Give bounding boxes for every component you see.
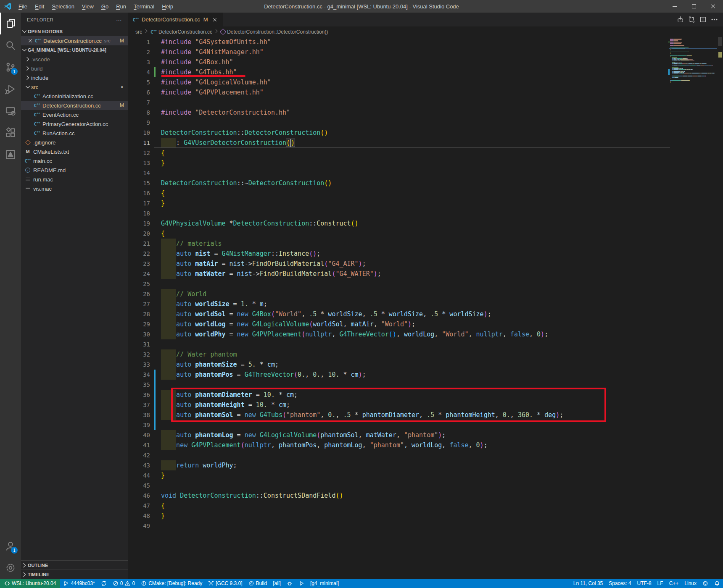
split-editor-icon[interactable]	[699, 16, 707, 23]
tree-root[interactable]: G4_MINIMAL [WSL: UBUNTU-20.04]	[21, 45, 128, 55]
status-sync[interactable]	[98, 579, 110, 588]
status-cmake-status[interactable]: CMake: [Debug]: Ready	[138, 579, 205, 588]
file--gitignore[interactable]: .gitignore	[21, 138, 128, 147]
scrollbar-thumb[interactable]	[718, 37, 722, 46]
file-main-cc[interactable]: C++main.cc	[21, 156, 128, 165]
folder-src[interactable]: src●	[21, 82, 128, 92]
code-line-34[interactable]: 34auto phantomPos = G4ThreeVector(0., 0.…	[128, 370, 670, 380]
code-line-12[interactable]: 12{	[128, 148, 670, 158]
status-remote-os[interactable]: Linux	[681, 579, 699, 588]
folder--vscode[interactable]: .vscode	[21, 55, 128, 64]
tab-detectorconstruction[interactable]: C++DetectorConstruction.ccM	[128, 13, 224, 26]
code-line-46[interactable]: 46void DetectorConstruction::ConstructSD…	[128, 491, 670, 501]
file-runaction-cc[interactable]: C++RunAction.cc	[21, 129, 128, 138]
status-language-mode[interactable]: C++	[666, 579, 682, 588]
activity-run-and-debug[interactable]	[0, 78, 21, 100]
status-problems[interactable]: 00	[110, 579, 138, 588]
activity-explorer[interactable]	[0, 13, 21, 34]
status-remote-indicator[interactable]: WSL: Ubuntu-20.04	[0, 579, 60, 588]
menu-file[interactable]: File	[15, 0, 31, 13]
menu-go[interactable]: Go	[98, 0, 112, 13]
code-line-40[interactable]: 40auto phantomLog = new G4LogicalVolume(…	[128, 430, 670, 440]
code-line-20[interactable]: 20{	[128, 228, 670, 239]
menu-view[interactable]: View	[78, 0, 98, 13]
status-cmake-build-target[interactable]: [all]	[270, 579, 284, 588]
code-line-16[interactable]: 16{	[128, 188, 670, 198]
folder-build[interactable]: build	[21, 64, 128, 73]
file-cmakelists-txt[interactable]: MCMakeLists.txt	[21, 147, 128, 156]
code-line-47[interactable]: 47{	[128, 501, 670, 511]
code-line-23[interactable]: 23auto matAir = nist->FindOrBuildMateria…	[128, 259, 670, 269]
compare-changes-icon[interactable]	[688, 16, 695, 23]
file-eventaction-cc[interactable]: C++EventAction.cc	[21, 110, 128, 119]
status-cmake-kit[interactable]: [GCC 9.3.0]	[205, 579, 245, 588]
code-line-27[interactable]: 27auto worldSize = 1. * m;	[128, 299, 670, 309]
menu-selection[interactable]: Selection	[48, 0, 78, 13]
file-actioninitialization-cc[interactable]: C++ActionInitialization.cc	[21, 92, 128, 101]
code-line-17[interactable]: 17}	[128, 198, 670, 208]
code-line-28[interactable]: 28auto worldSol = new G4Box("World", .5 …	[128, 309, 670, 319]
code-line-30[interactable]: 30auto worldPhy = new G4PVPlacement(null…	[128, 329, 670, 339]
close-icon[interactable]	[27, 38, 34, 44]
close-button[interactable]	[704, 0, 723, 13]
status-indentation[interactable]: Spaces: 4	[606, 579, 634, 588]
activity-extensions[interactable]	[0, 122, 21, 144]
file-vis-mac[interactable]: vis.mac	[21, 184, 128, 193]
activity-settings[interactable]	[0, 557, 21, 579]
breadcrumb-item[interactable]: src	[135, 29, 142, 35]
code-line-10[interactable]: 10DetectorConstruction::DetectorConstruc…	[128, 128, 670, 138]
code-line-42[interactable]: 42	[128, 450, 670, 460]
activity-remote-explorer[interactable]	[0, 100, 21, 122]
status-git-branch[interactable]: 4449bc03*	[60, 579, 98, 588]
code-line-19[interactable]: 19G4VPhysicalVolume *DetectorConstructio…	[128, 218, 670, 228]
open-editors-header[interactable]: OPEN EDITORS	[21, 27, 128, 36]
code-line-22[interactable]: 22auto nist = G4NistManager::Instance();	[128, 249, 670, 259]
code-line-33[interactable]: 33auto phantomSize = 5. * cm;	[128, 360, 670, 370]
code-line-6[interactable]: 6#include "G4PVPlacement.hh"	[128, 87, 670, 97]
status-cmake-debug[interactable]	[284, 579, 296, 588]
activity-search[interactable]	[0, 34, 21, 56]
more-actions-icon[interactable]	[711, 16, 718, 23]
status-notifications[interactable]	[711, 579, 723, 588]
status-cmake-launch[interactable]	[296, 579, 307, 588]
code-line-24[interactable]: 24auto matWater = nist->FindOrBuildMater…	[128, 269, 670, 279]
scrollbar[interactable]	[717, 37, 723, 579]
menu-run[interactable]: Run	[112, 0, 130, 13]
activity-source-control[interactable]: 1	[0, 56, 21, 78]
code-line-29[interactable]: 29auto worldLog = new G4LogicalVolume(wo…	[128, 319, 670, 329]
code-line-13[interactable]: 13}	[128, 158, 670, 168]
minimize-button[interactable]	[665, 0, 684, 13]
status-feedback[interactable]	[699, 579, 711, 588]
section-outline[interactable]: OUTLINE	[21, 560, 128, 570]
more-actions-icon[interactable]: ⋯	[116, 16, 122, 23]
code-line-25[interactable]: 25	[128, 279, 670, 289]
code-line-3[interactable]: 3#include "G4Box.hh"	[128, 57, 670, 67]
code-line-32[interactable]: 32// Water phantom	[128, 349, 670, 360]
maximize-button[interactable]	[684, 0, 704, 13]
code-line-31[interactable]: 31	[128, 339, 670, 349]
code-line-44[interactable]: 44}	[128, 470, 670, 480]
code-line-14[interactable]: 14	[128, 168, 670, 178]
code-area[interactable]: 1#include "G4SystemOfUnits.hh"2#include …	[128, 37, 723, 579]
minimap[interactable]	[670, 37, 717, 579]
code-line-2[interactable]: 2#include "G4NistManager.hh"	[128, 47, 670, 57]
activity-accounts[interactable]: 1	[0, 535, 21, 557]
status-cmake-launch-target[interactable]: [g4_minimal]	[307, 579, 342, 588]
status-cmake-build[interactable]: Build	[245, 579, 270, 588]
code-line-18[interactable]: 18	[128, 208, 670, 218]
code-line-9[interactable]: 9	[128, 118, 670, 128]
file-readme-md[interactable]: iREADME.md	[21, 165, 128, 175]
code-line-11[interactable]: 11: G4VUserDetectorConstruction()	[128, 138, 670, 148]
code-line-21[interactable]: 21// materials	[128, 239, 670, 249]
code-line-7[interactable]: 7	[128, 97, 670, 108]
code-line-49[interactable]: 49	[128, 521, 670, 531]
code-line-48[interactable]: 48}	[128, 511, 670, 521]
code-line-15[interactable]: 15DetectorConstruction::~DetectorConstru…	[128, 178, 670, 188]
code-line-1[interactable]: 1#include "G4SystemOfUnits.hh"	[128, 37, 670, 47]
file-primarygeneratoraction-cc[interactable]: C++PrimaryGeneratorAction.cc	[21, 119, 128, 129]
code-line-8[interactable]: 8#include "DetectorConstruction.hh"	[128, 108, 670, 118]
status-cursor-position[interactable]: Ln 11, Col 35	[570, 579, 606, 588]
status-eol[interactable]: LF	[654, 579, 666, 588]
file-detectorconstruction-cc[interactable]: C++DetectorConstruction.ccM	[21, 101, 128, 110]
code-line-43[interactable]: 43return worldPhy;	[128, 460, 670, 470]
